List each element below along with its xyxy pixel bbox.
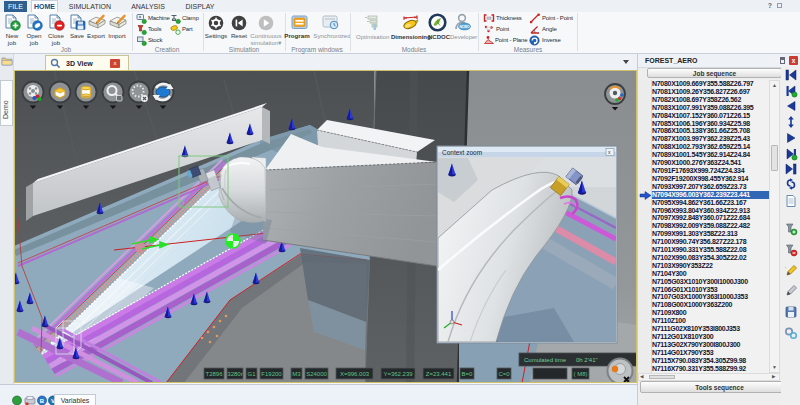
svg-text:C=0: C=0 [498,371,510,377]
svg-text:B=0: B=0 [462,371,474,377]
svg-text:0h 2'41": 0h 2'41" [576,357,598,363]
svg-text:X=996.003: X=996.003 [340,371,370,377]
svg-text:Context zoom: Context zoom [442,149,482,156]
svg-text:Cumulated time: Cumulated time [524,357,567,363]
svg-text:S24000: S24000 [306,371,327,377]
svg-text:T2896: T2896 [205,371,223,377]
svg-text:Y=362.239: Y=362.239 [383,371,413,377]
svg-text:M3: M3 [292,371,301,377]
svg-text:G1: G1 [247,371,256,377]
svg-text:( M8): ( M8) [574,371,588,377]
svg-text:B: B [40,398,45,404]
svg-text:3280r: 3280r [227,371,242,377]
svg-text:F19200: F19200 [261,371,282,377]
svg-text:Z=23.441: Z=23.441 [426,371,452,377]
svg-text:NCWO: NCWO [459,25,470,29]
